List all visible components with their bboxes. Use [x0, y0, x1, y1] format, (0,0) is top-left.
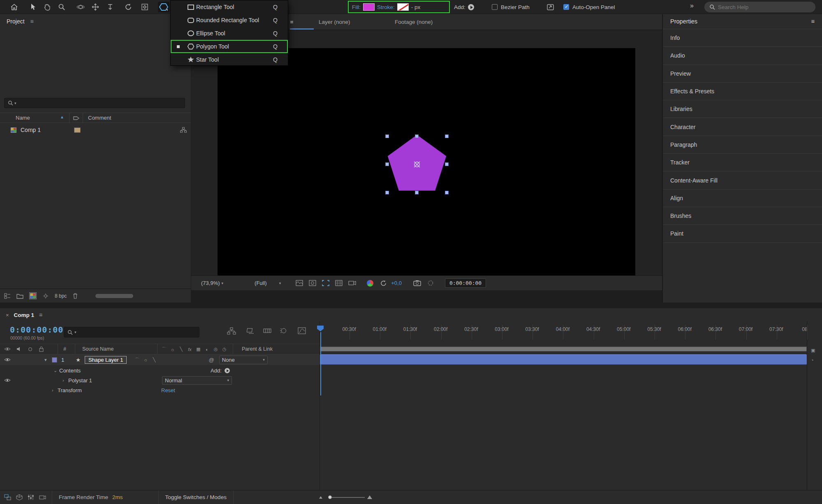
- work-area-bar[interactable]: [320, 347, 807, 351]
- transform-handle[interactable]: [445, 134, 449, 138]
- project-panel-menu-icon[interactable]: ≡: [30, 18, 34, 25]
- layer-color-chip[interactable]: [52, 357, 57, 363]
- shape-menu-item[interactable]: Star Tool Q: [171, 53, 288, 66]
- trash-icon[interactable]: [72, 293, 78, 299]
- tab-layer[interactable]: Layer (none): [319, 14, 350, 30]
- timeline-zoom-track[interactable]: [332, 497, 365, 498]
- transform-handle[interactable]: [445, 191, 449, 194]
- camera-wireframe-icon[interactable]: [348, 280, 356, 286]
- timeline-column-divider[interactable]: [320, 321, 320, 490]
- transform-label[interactable]: Transform: [58, 387, 82, 393]
- project-item-row[interactable]: Comp 1: [0, 124, 191, 136]
- project-search-box[interactable]: ▾: [4, 98, 185, 108]
- reset-exposure-icon[interactable]: [380, 280, 387, 287]
- shape-menu-item[interactable]: Ellipse Tool Q: [171, 27, 288, 40]
- layer-shy-switch[interactable]: ⌒: [132, 357, 141, 363]
- transform-reset-link[interactable]: Reset: [161, 387, 175, 393]
- properties-list-item[interactable]: Character: [663, 118, 822, 136]
- label-column-icon[interactable]: [73, 116, 79, 121]
- layer-expand-chevron-icon[interactable]: ▾: [44, 357, 50, 363]
- sort-ascending-icon[interactable]: ▲: [60, 115, 64, 119]
- properties-list-item[interactable]: Libraries: [663, 100, 822, 118]
- network-render-icon[interactable]: [4, 494, 11, 500]
- search-filter-caret-icon[interactable]: ▾: [14, 101, 16, 105]
- motion-blur-icon[interactable]: [280, 327, 287, 335]
- graph-editor-icon[interactable]: [298, 327, 306, 335]
- properties-list-item[interactable]: Paragraph: [663, 136, 822, 154]
- timeline-zoom-knob[interactable]: [328, 495, 332, 499]
- outline-row-contents[interactable]: ⌄ Contents Add:: [0, 365, 320, 375]
- camera-settings-icon[interactable]: [39, 494, 46, 500]
- project-settings-icon[interactable]: [42, 293, 49, 299]
- frame-blend-icon[interactable]: ▦: [194, 347, 203, 352]
- outline-row-polystar[interactable]: › Polystar 1 Normal▾: [0, 375, 320, 385]
- column-comment[interactable]: Comment: [88, 115, 111, 121]
- polystar-visibility-eye-icon[interactable]: [4, 378, 11, 383]
- pan-behind-tool-icon[interactable]: [139, 2, 151, 12]
- label-color-chip[interactable]: [74, 127, 81, 133]
- stroke-width-value[interactable]: - px: [411, 4, 421, 10]
- stroke-label[interactable]: Stroke:: [377, 4, 395, 10]
- fill-color-swatch[interactable]: [363, 3, 375, 11]
- hand-tool-icon[interactable]: [41, 2, 53, 12]
- add-shape-group[interactable]: Add:: [454, 0, 474, 14]
- polystar-expand-chevron-icon[interactable]: ›: [63, 378, 68, 383]
- bit-depth-label[interactable]: 8 bpc: [55, 293, 67, 299]
- fx-icon[interactable]: fx: [185, 347, 194, 352]
- timeline-tab-menu-icon[interactable]: ≡: [39, 312, 42, 318]
- column-parent-link[interactable]: Parent & Link: [242, 346, 273, 352]
- playhead-line[interactable]: [320, 332, 321, 395]
- layer-collapse-switch[interactable]: ☼: [141, 357, 150, 362]
- pan-camera-tool-icon[interactable]: [90, 2, 101, 12]
- video-column-eye-icon[interactable]: [4, 347, 11, 351]
- show-snapshot-icon[interactable]: [427, 280, 434, 286]
- timeline-tab-label[interactable]: Comp 1: [14, 312, 35, 318]
- column-source-name[interactable]: Source Name: [82, 346, 113, 352]
- usage-flowchart-icon[interactable]: [180, 127, 187, 133]
- collapse-icon[interactable]: ☼: [168, 347, 177, 352]
- help-search-input[interactable]: [718, 4, 810, 10]
- properties-list-item[interactable]: Paint: [663, 225, 822, 243]
- fill-label[interactable]: Fill:: [352, 4, 361, 10]
- composition-canvas[interactable]: [218, 48, 635, 282]
- new-folder-icon[interactable]: [16, 293, 23, 299]
- time-ruler[interactable]: 00:30f01:00f01:30f02:00f02:30f03:00f03:3…: [320, 325, 808, 340]
- frame-blending-icon[interactable]: [263, 327, 271, 335]
- toggle-switches-modes-button[interactable]: Toggle Switches / Modes: [165, 494, 227, 500]
- auto-open-panel-toggle[interactable]: Auto-Open Panel: [563, 0, 615, 14]
- resolution-dropdown[interactable]: (Full)▾: [255, 280, 281, 286]
- transform-handle[interactable]: [385, 191, 389, 194]
- comp-mini-camera-icon[interactable]: ◔: [811, 358, 814, 363]
- channel-wheel-icon[interactable]: [367, 280, 373, 287]
- properties-list-item[interactable]: Info: [663, 29, 822, 47]
- transform-handle[interactable]: [415, 134, 419, 138]
- layer-visibility-eye-icon[interactable]: [4, 357, 11, 362]
- draft-3d-icon[interactable]: [247, 327, 255, 335]
- shy-icon[interactable]: ⌒: [160, 346, 168, 352]
- transform-handle[interactable]: [445, 162, 449, 166]
- parent-pickwhip-icon[interactable]: @: [208, 357, 214, 363]
- properties-list-item[interactable]: Tracker: [663, 154, 822, 171]
- view-layout-icon[interactable]: [296, 280, 303, 286]
- auto-open-panel-checkbox[interactable]: [563, 4, 569, 10]
- layer-duration-bar[interactable]: [320, 354, 807, 365]
- search-filter-caret-icon[interactable]: ▾: [74, 330, 76, 334]
- zoom-in-mountain-icon[interactable]: [367, 495, 372, 499]
- motion-blur-icon[interactable]: ◐: [203, 347, 211, 352]
- layer-quality-switch[interactable]: ╲: [150, 357, 158, 363]
- sliders-icon[interactable]: [28, 494, 34, 500]
- contents-add-control[interactable]: Add:: [211, 368, 230, 374]
- solo-column-icon[interactable]: [28, 347, 33, 351]
- add-icon[interactable]: [225, 368, 230, 373]
- properties-list-item[interactable]: Brushes: [663, 207, 822, 225]
- composition-mini-flowchart-icon[interactable]: [227, 327, 236, 335]
- selection-tool-icon[interactable]: [27, 2, 39, 12]
- shape-menu-item[interactable]: Rectangle Tool Q: [171, 0, 288, 14]
- shape-menu-item[interactable]: Rounded Rectangle Tool Q: [171, 14, 288, 27]
- panel-divider[interactable]: [0, 303, 822, 308]
- shape-tool-icon[interactable]: [158, 2, 169, 12]
- zoom-out-mountain-icon[interactable]: [319, 496, 322, 499]
- transform-handle[interactable]: [385, 134, 389, 138]
- viewer-timecode[interactable]: 0:00:00:00: [445, 278, 486, 288]
- contents-collapse-chevron-icon[interactable]: ⌄: [53, 368, 59, 373]
